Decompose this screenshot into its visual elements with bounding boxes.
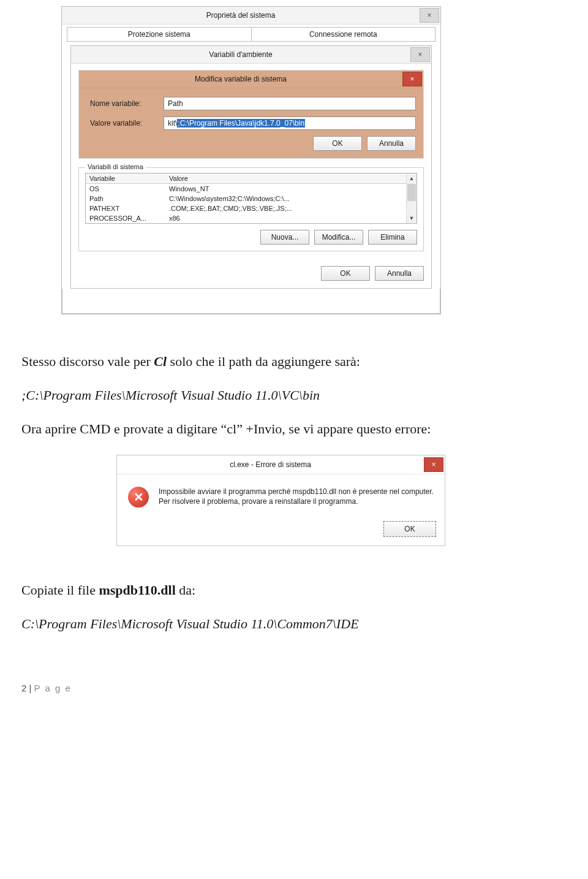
ok-button[interactable]: OK bbox=[321, 266, 370, 281]
error-icon: ✕ bbox=[128, 487, 149, 508]
table-row[interactable]: Path C:\Windows\system32;C:\Windows;C:\.… bbox=[86, 194, 417, 204]
var-name-input[interactable]: Path bbox=[164, 97, 416, 110]
var-value-prefix: kit\ bbox=[168, 119, 177, 127]
tab-protezione[interactable]: Protezione sistema bbox=[67, 27, 252, 42]
delete-button[interactable]: Elimina bbox=[368, 230, 417, 245]
envvars-title: Variabili d'ambiente bbox=[71, 50, 410, 59]
sysvars-hdr-var: Variabile bbox=[89, 175, 169, 182]
dialog-system-properties: Proprietà del sistema × Protezione siste… bbox=[61, 6, 441, 314]
page-label: P a g e bbox=[34, 683, 72, 693]
scrollbar[interactable]: ▲ ▼ bbox=[406, 173, 417, 223]
var-name-label: Nome variabile: bbox=[90, 99, 164, 108]
tab-connessione[interactable]: Connessione remota bbox=[252, 27, 436, 42]
sysprops-title: Proprietà del sistema bbox=[62, 11, 420, 20]
errdlg-titlebar: cl.exe - Errore di sistema × bbox=[117, 455, 445, 474]
close-icon[interactable]: × bbox=[424, 457, 443, 472]
chevron-up-icon[interactable]: ▲ bbox=[407, 173, 417, 183]
file-name: mspdb110.dll bbox=[99, 582, 175, 598]
table-row[interactable]: PROCESSOR_A... x86 bbox=[86, 213, 417, 223]
paragraph: Ora aprire CMD e provate a digitare “cl”… bbox=[21, 419, 539, 439]
groupbox-caption: Variabili di sistema bbox=[85, 163, 146, 170]
edit-button[interactable]: Modifica... bbox=[314, 230, 363, 245]
doc-paragraph-2: Copiate il file mspdb110.dll da: C:\Prog… bbox=[21, 580, 539, 634]
scrollbar-thumb[interactable] bbox=[407, 184, 416, 201]
page-footer: 2 | P a g e bbox=[21, 683, 588, 693]
close-icon[interactable]: × bbox=[420, 8, 439, 23]
var-value-input[interactable]: kit\;C:\Program Files\Java\jdk1.7.0_07\b… bbox=[164, 116, 416, 130]
ok-button[interactable]: OK bbox=[383, 521, 436, 537]
editvar-titlebar: Modifica variabile di sistema × bbox=[79, 70, 423, 88]
close-icon[interactable]: × bbox=[410, 47, 430, 62]
row-val: C:\Windows\system32;C:\Windows;C:\... bbox=[169, 195, 413, 202]
row-var: OS bbox=[89, 185, 169, 192]
ok-button[interactable]: OK bbox=[313, 136, 362, 151]
editvar-title: Modifica variabile di sistema bbox=[79, 75, 402, 83]
screenshot-error-dialog: cl.exe - Errore di sistema × ✕ Impossibi… bbox=[116, 455, 445, 546]
new-button[interactable]: Nuova... bbox=[260, 230, 309, 245]
envvars-titlebar: Variabili d'ambiente × bbox=[71, 46, 431, 64]
table-row[interactable]: PATHEXT .COM;.EXE;.BAT;.CMD;.VBS;.VBE;.J… bbox=[86, 204, 417, 213]
sysvars-hdr-val: Valore bbox=[169, 175, 413, 182]
install-path-text: ;C:\Program Files\Microsoft Visual Studi… bbox=[21, 385, 539, 405]
cl-keyword: Cl bbox=[154, 354, 167, 369]
dialog-env-vars: Variabili d'ambiente × Modifica variabil… bbox=[70, 45, 432, 289]
doc-paragraph-1: Stesso discorso vale per Cl solo che il … bbox=[21, 351, 539, 439]
paragraph: Copiate il file mspdb110.dll da: bbox=[21, 580, 539, 600]
sysprops-tabs: Protezione sistema Connessione remota bbox=[67, 27, 435, 42]
errdlg-title: cl.exe - Errore di sistema bbox=[117, 460, 424, 469]
row-val: Windows_NT bbox=[169, 185, 413, 192]
var-value-label: Valore variabile: bbox=[90, 119, 164, 127]
paragraph: Stesso discorso vale per Cl solo che il … bbox=[21, 351, 539, 371]
row-val: .COM;.EXE;.BAT;.CMD;.VBS;.VBE;.JS;... bbox=[169, 205, 413, 212]
errdlg-message: Impossibile avviare il programma perché … bbox=[159, 487, 434, 508]
chevron-down-icon[interactable]: ▼ bbox=[407, 213, 417, 223]
row-var: Path bbox=[89, 195, 169, 202]
row-var: PROCESSOR_A... bbox=[89, 215, 169, 222]
var-value-selection: ;C:\Program Files\Java\jdk1.7.0_07\bin bbox=[177, 119, 305, 127]
source-path-text: C:\Program Files\Microsoft Visual Studio… bbox=[21, 614, 539, 634]
close-icon[interactable]: × bbox=[402, 72, 422, 86]
cancel-button[interactable]: Annulla bbox=[375, 266, 424, 281]
groupbox-system-vars: Variabili di sistema Variabile Valore OS… bbox=[78, 167, 424, 251]
row-val: x86 bbox=[169, 215, 413, 222]
dialog-edit-variable: Modifica variabile di sistema × Nome var… bbox=[78, 70, 424, 159]
screenshot-system-properties: Proprietà del sistema × Protezione siste… bbox=[61, 6, 441, 314]
cancel-button[interactable]: Annulla bbox=[367, 136, 416, 151]
table-row[interactable]: OS Windows_NT bbox=[86, 184, 417, 194]
row-var: PATHEXT bbox=[89, 205, 169, 212]
sysprops-titlebar: Proprietà del sistema × bbox=[62, 7, 440, 25]
var-name-value: Path bbox=[168, 99, 183, 108]
system-vars-list[interactable]: Variabile Valore OS Windows_NT Path C:\W… bbox=[85, 173, 417, 224]
